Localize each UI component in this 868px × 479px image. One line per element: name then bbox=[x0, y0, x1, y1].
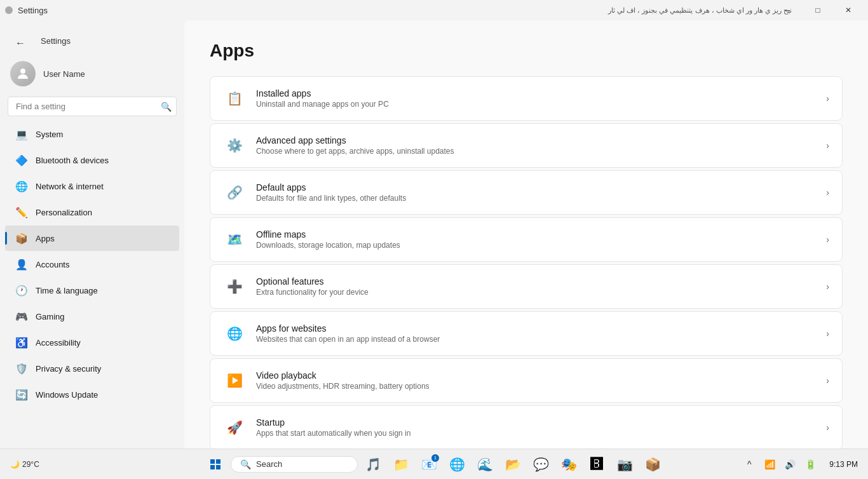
clock[interactable]: 9:13 PM bbox=[824, 459, 863, 470]
apps-icon: 📦 bbox=[15, 232, 28, 245]
card-video-playback[interactable]: ▶️ Video playback Video adjustments, HDR… bbox=[210, 358, 843, 403]
sidebar-item-system[interactable]: 💻 System bbox=[5, 121, 179, 147]
taskbar-app-6[interactable]: 🎭 bbox=[556, 452, 581, 477]
installed-apps-title: Installed apps bbox=[256, 88, 816, 98]
taskbar: 🌙 29°C 🔍 Search 🎵 📁 📧 1 🌐 🌊 📂 bbox=[0, 449, 868, 479]
optional-features-text: Optional features Extra functionality fo… bbox=[256, 276, 816, 297]
startup-subtitle: Apps that start automatically when you s… bbox=[256, 429, 816, 438]
video-playback-subtitle: Video adjustments, HDR streaming, batter… bbox=[256, 382, 816, 391]
taskbar-app-dropbox[interactable]: 📦 bbox=[640, 452, 665, 477]
svg-rect-2 bbox=[216, 459, 220, 464]
apps-for-websites-subtitle: Websites that can open in an app instead… bbox=[256, 335, 816, 344]
tray-network[interactable]: 📶 bbox=[761, 455, 778, 473]
gaming-icon: 🎮 bbox=[15, 310, 28, 323]
default-apps-title: Default apps bbox=[256, 182, 816, 192]
back-button[interactable]: ← bbox=[10, 33, 31, 53]
title-bar-arabic: نيح ريز ي هار ور اي شخاب ، هرف يتنظيمي ف… bbox=[608, 6, 792, 15]
main-content: Apps 📋 Installed apps Uninstall and mana… bbox=[184, 20, 868, 449]
sidebar-label-accounts: Accounts bbox=[36, 260, 69, 269]
video-playback-icon: ▶️ bbox=[223, 369, 246, 392]
apps-for-websites-text: Apps for websites Websites that can open… bbox=[256, 323, 816, 344]
startup-text: Startup Apps that start automatically wh… bbox=[256, 417, 816, 438]
privacy-icon: 🛡️ bbox=[15, 362, 28, 375]
clock-time: 9:13 PM bbox=[829, 460, 858, 469]
advanced-app-settings-icon: ⚙️ bbox=[223, 134, 246, 157]
sidebar-item-apps[interactable]: 📦 Apps bbox=[5, 226, 179, 251]
card-installed-apps[interactable]: 📋 Installed apps Uninstall and manage ap… bbox=[210, 76, 843, 121]
sidebar-item-personalization[interactable]: ✏️ Personalization bbox=[5, 199, 179, 225]
sidebar-item-time[interactable]: 🕐 Time & language bbox=[5, 278, 179, 303]
network-icon: 🌐 bbox=[15, 180, 28, 192]
taskbar-app-chrome[interactable]: 🌐 bbox=[444, 452, 470, 477]
apps-for-websites-title: Apps for websites bbox=[256, 323, 816, 334]
card-default-apps[interactable]: 🔗 Default apps Defaults for file and lin… bbox=[210, 170, 843, 215]
card-startup[interactable]: 🚀 Startup Apps that start automatically … bbox=[210, 405, 843, 449]
svg-rect-1 bbox=[210, 459, 215, 464]
startup-title: Startup bbox=[256, 417, 816, 428]
start-button[interactable] bbox=[203, 452, 228, 477]
navigation: 💻 System 🔷 Bluetooth & devices 🌐 Network… bbox=[0, 121, 184, 407]
accounts-icon: 👤 bbox=[15, 258, 28, 271]
sidebar-item-accounts[interactable]: 👤 Accounts bbox=[5, 252, 179, 277]
sidebar-label-gaming: Gaming bbox=[36, 312, 65, 321]
taskbar-app-3[interactable]: 📧 1 bbox=[416, 452, 442, 477]
search-icon: 🔍 bbox=[161, 102, 172, 112]
search-input[interactable] bbox=[8, 97, 177, 116]
tray-volume[interactable]: 🔊 bbox=[781, 455, 799, 473]
close-button[interactable]: ✕ bbox=[834, 0, 863, 20]
installed-apps-icon: 📋 bbox=[223, 87, 246, 110]
card-optional-features[interactable]: ➕ Optional features Extra functionality … bbox=[210, 264, 843, 309]
taskbar-search-icon: 🔍 bbox=[240, 459, 251, 469]
card-apps-for-websites[interactable]: 🌐 Apps for websites Websites that can op… bbox=[210, 311, 843, 356]
sidebar-item-network[interactable]: 🌐 Network & internet bbox=[5, 173, 179, 199]
system-icon: 💻 bbox=[15, 128, 28, 140]
weather-icon: 🌙 bbox=[10, 460, 20, 469]
tray-chevron[interactable]: ^ bbox=[740, 455, 758, 473]
taskbar-app-edge[interactable]: 🌊 bbox=[472, 452, 498, 477]
sidebar-item-accessibility[interactable]: ♿ Accessibility bbox=[5, 330, 179, 355]
title-bar: Settings نيح ريز ي هار ور اي شخاب ، هرف … bbox=[0, 0, 868, 20]
sidebar-item-privacy[interactable]: 🛡️ Privacy & security bbox=[5, 356, 179, 381]
taskbar-app-8[interactable]: 📷 bbox=[612, 452, 637, 477]
time-icon: 🕐 bbox=[15, 284, 28, 297]
sidebar-item-bluetooth[interactable]: 🔷 Bluetooth & devices bbox=[5, 147, 179, 173]
page-title: Apps bbox=[210, 41, 843, 61]
advanced-app-settings-chevron: › bbox=[826, 140, 829, 151]
offline-maps-text: Offline maps Downloads, storage location… bbox=[256, 229, 816, 250]
card-offline-maps[interactable]: 🗺️ Offline maps Downloads, storage locat… bbox=[210, 217, 843, 262]
offline-maps-subtitle: Downloads, storage location, map updates bbox=[256, 241, 816, 250]
sidebar-label-update: Windows Update bbox=[36, 390, 98, 400]
offline-maps-title: Offline maps bbox=[256, 229, 816, 240]
taskbar-right: ^ 📶 🔊 🔋 9:13 PM bbox=[740, 455, 863, 473]
startup-icon: 🚀 bbox=[223, 416, 246, 439]
sidebar-item-gaming[interactable]: 🎮 Gaming bbox=[5, 304, 179, 329]
sidebar-label-personalization: Personalization bbox=[36, 208, 92, 217]
taskbar-app-1[interactable]: 🎵 bbox=[360, 452, 386, 477]
taskbar-app-5[interactable]: 💬 bbox=[528, 452, 553, 477]
sidebar-item-update[interactable]: 🔄 Windows Update bbox=[5, 382, 179, 407]
search-box: 🔍 bbox=[8, 97, 177, 116]
user-section[interactable]: User Name bbox=[0, 53, 184, 97]
user-name: User Name bbox=[43, 69, 85, 79]
title-bar-left: Settings bbox=[5, 6, 48, 15]
video-playback-text: Video playback Video adjustments, HDR st… bbox=[256, 370, 816, 391]
video-playback-chevron: › bbox=[826, 375, 829, 386]
maximize-button[interactable]: □ bbox=[803, 0, 832, 20]
svg-point-0 bbox=[20, 69, 25, 74]
taskbar-app-2[interactable]: 📁 bbox=[388, 452, 414, 477]
sidebar-label-apps: Apps bbox=[36, 234, 55, 243]
tray-battery[interactable]: 🔋 bbox=[801, 455, 819, 473]
taskbar-app-4[interactable]: 📂 bbox=[500, 452, 526, 477]
weather-temp: 29°C bbox=[22, 460, 39, 469]
weather-widget[interactable]: 🌙 29°C bbox=[5, 459, 44, 470]
update-icon: 🔄 bbox=[15, 388, 28, 401]
sidebar-label-time: Time & language bbox=[36, 286, 98, 295]
title-bar-title: Settings bbox=[18, 6, 48, 15]
taskbar-search[interactable]: 🔍 Search bbox=[231, 456, 358, 473]
sidebar-label-bluetooth: Bluetooth & devices bbox=[36, 156, 109, 165]
sidebar-label-system: System bbox=[36, 130, 63, 139]
card-advanced-app-settings[interactable]: ⚙️ Advanced app settings Choose where to… bbox=[210, 123, 843, 168]
taskbar-app-7[interactable]: 🅱 bbox=[584, 452, 609, 477]
optional-features-subtitle: Extra functionality for your device bbox=[256, 288, 816, 297]
default-apps-icon: 🔗 bbox=[223, 181, 246, 204]
